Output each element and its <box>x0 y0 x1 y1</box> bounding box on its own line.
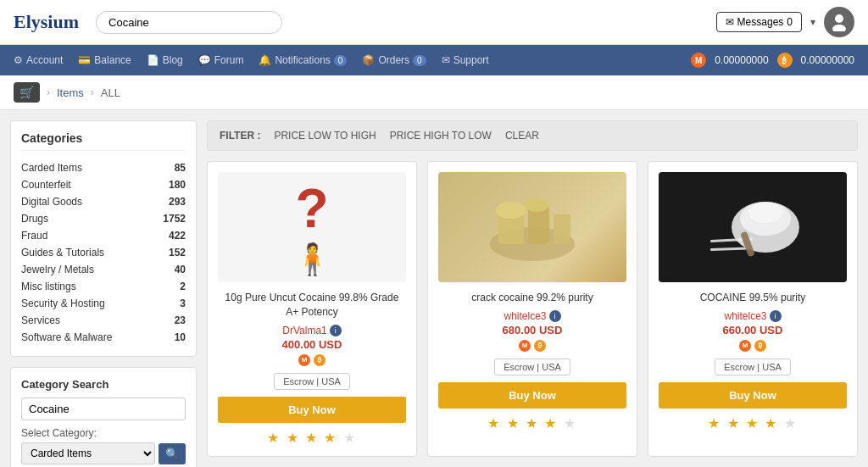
category-carded-items[interactable]: Carded Items 85 <box>21 159 186 176</box>
header: Elysium ✉ Messages 0 ▾ <box>0 0 868 45</box>
filter-clear[interactable]: CLEAR <box>505 130 539 142</box>
nav-notifications[interactable]: 🔔 Notifications 0 <box>259 54 347 66</box>
product-crypto-1: M ₿ <box>298 354 326 366</box>
messages-label: Messages <box>737 16 784 28</box>
seller-name-3: whitelce3 <box>724 310 766 322</box>
support-icon: ✉ <box>442 54 450 66</box>
header-search-input[interactable] <box>96 11 282 34</box>
nav-account-label: Account <box>26 54 63 66</box>
bitcoin-icon-small-2: ₿ <box>534 340 546 352</box>
site-logo: Elysium <box>14 11 79 33</box>
category-name: Jewelry / Metals <box>21 264 94 275</box>
category-select[interactable]: Carded Items Counterfeit Digital Goods D… <box>21 442 155 464</box>
svg-point-7 <box>525 198 548 212</box>
product-seller-3[interactable]: whitelce3 i <box>724 310 781 322</box>
breadcrumb-items[interactable]: Items <box>57 86 84 99</box>
bitcoin-icon-small-3: ₿ <box>754 340 766 352</box>
product-seller-2[interactable]: whitelce3 i <box>504 310 560 322</box>
category-name: Services <box>21 314 60 326</box>
nav-blog[interactable]: 📄 Blog <box>147 54 183 66</box>
monero-icon: M <box>691 53 706 68</box>
breadcrumb-sep: › <box>47 86 50 98</box>
product-image-3 <box>659 172 847 282</box>
product-crypto-3: M ₿ <box>739 340 766 352</box>
category-name: Software & Malware <box>21 331 112 343</box>
navbar-left: ⚙ Account 💳 Balance 📄 Blog 💬 Forum 🔔 Not… <box>14 54 691 66</box>
product-card-2: crack cocaine 99.2% purity whitelce3 i 6… <box>427 161 637 457</box>
category-misc[interactable]: Misc listings 2 <box>21 278 186 295</box>
category-counterfeit[interactable]: Counterfeit 180 <box>21 176 186 193</box>
product-seller-1[interactable]: DrValma1 i <box>282 325 341 336</box>
category-fraud[interactable]: Fraud 422 <box>21 227 186 244</box>
account-icon: ⚙ <box>14 54 23 66</box>
category-name: Counterfeit <box>21 179 71 191</box>
nav-account[interactable]: ⚙ Account <box>14 54 63 66</box>
nav-support-label: Support <box>453 54 489 66</box>
escrow-badge-2: Escrow | USA <box>494 359 570 375</box>
bitcoin-icon-small: ₿ <box>314 354 326 366</box>
filter-label: FILTER : <box>220 130 260 142</box>
category-name: Guides & Tutorials <box>21 247 104 259</box>
breadcrumb: 🛒 › Items › ALL <box>0 75 868 110</box>
buy-button-1[interactable]: Buy Now <box>218 397 406 423</box>
nav-orders-label: Orders <box>378 54 409 66</box>
buy-button-2[interactable]: Buy Now <box>438 382 626 409</box>
select-category-label: Select Category: <box>21 427 186 439</box>
messages-button[interactable]: ✉ Messages 0 <box>716 12 802 32</box>
category-name: Misc listings <box>21 281 76 292</box>
category-count: 152 <box>169 247 186 259</box>
product-card-1: ? 🧍 10g Pure Uncut Cocaine 99.8% Grade A… <box>207 161 417 457</box>
product-title-3: COCAINE 99.5% purity <box>700 291 806 305</box>
filter-price-high[interactable]: PRICE HIGH TO LOW <box>390 130 492 142</box>
category-search-input[interactable] <box>21 398 186 420</box>
navbar: ⚙ Account 💳 Balance 📄 Blog 💬 Forum 🔔 Not… <box>0 45 868 75</box>
category-count: 23 <box>175 314 186 326</box>
nav-forum[interactable]: 💬 Forum <box>198 54 244 66</box>
select-category-row: Carded Items Counterfeit Digital Goods D… <box>21 442 186 464</box>
categories-title: Categories <box>21 131 186 151</box>
product-image-2 <box>438 172 626 282</box>
product-price-2: 680.00 USD <box>503 324 563 336</box>
category-software[interactable]: Software & Malware 10 <box>21 329 186 346</box>
category-services[interactable]: Services 23 <box>21 312 186 329</box>
avatar[interactable] <box>824 7 854 37</box>
bitcoin-balance: 0.00000000 <box>801 54 854 66</box>
category-count: 10 <box>175 331 186 343</box>
category-jewelry[interactable]: Jewelry / Metals 40 <box>21 261 186 278</box>
nav-balance[interactable]: 💳 Balance <box>78 54 131 66</box>
category-digital-goods[interactable]: Digital Goods 293 <box>21 193 186 210</box>
filter-price-low[interactable]: PRICE LOW TO HIGH <box>274 130 376 142</box>
nav-support[interactable]: ✉ Support <box>442 54 489 66</box>
notifications-icon: 🔔 <box>259 54 271 66</box>
monero-icon-small-2: M <box>519 340 531 352</box>
category-drugs[interactable]: Drugs 1752 <box>21 210 186 227</box>
cart-icon[interactable]: 🛒 <box>14 82 40 103</box>
svg-point-0 <box>835 14 843 23</box>
balance-icon: 💳 <box>78 54 91 66</box>
product-card-3: COCAINE 99.5% purity whitelce3 i 660.00 … <box>648 161 858 457</box>
category-count: 180 <box>169 179 186 191</box>
category-guides[interactable]: Guides & Tutorials 152 <box>21 244 186 261</box>
monero-icon-small-3: M <box>739 340 751 352</box>
svg-point-1 <box>832 25 846 31</box>
escrow-badge-1: Escrow | USA <box>274 373 350 390</box>
buy-button-3[interactable]: Buy Now <box>659 382 847 409</box>
messages-count: 0 <box>787 16 793 28</box>
category-count: 40 <box>175 264 186 275</box>
category-security[interactable]: Security & Hosting 3 <box>21 295 186 312</box>
orders-badge: 0 <box>413 55 426 66</box>
dropdown-arrow[interactable]: ▾ <box>810 16 815 28</box>
category-search-button[interactable]: 🔍 <box>159 443 186 464</box>
category-name: Drugs <box>21 213 48 225</box>
seller-badge-2: i <box>549 310 561 322</box>
nav-orders[interactable]: 📦 Orders 0 <box>362 54 426 66</box>
breadcrumb-sep2: › <box>91 86 94 98</box>
nav-notifications-label: Notifications <box>275 54 330 66</box>
product-title-1: 10g Pure Uncut Cocaine 99.8% Grade A+ Po… <box>218 291 406 320</box>
category-count: 2 <box>180 281 186 292</box>
orders-icon: 📦 <box>362 54 375 66</box>
escrow-badge-3: Escrow | USA <box>715 359 791 375</box>
category-count: 1752 <box>163 213 186 225</box>
nav-forum-label: Forum <box>214 54 244 66</box>
navbar-right: M 0.00000000 ₿ 0.00000000 <box>691 53 854 68</box>
